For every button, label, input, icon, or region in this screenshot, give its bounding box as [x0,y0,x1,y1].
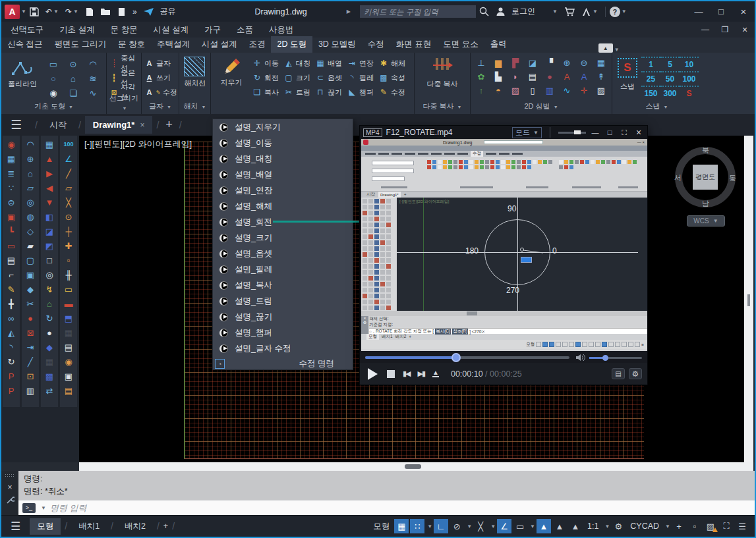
opacity-slider[interactable] [558,132,586,134]
palette-tool-icon[interactable]: □ [41,253,58,267]
palette-tool-icon[interactable]: ↻ [3,354,20,369]
command-tools-icon[interactable] [6,496,15,504]
palette-tool-icon[interactable]: ◧ [41,209,58,224]
flyout-item[interactable]: 설명_대칭 [213,151,353,167]
view-compass[interactable]: 북 서 동 남 평면도 [675,147,736,207]
flyout-item[interactable]: 설명_트림 [213,293,353,309]
undo-icon[interactable]: ↶▼ [45,7,59,16]
vertical-scrollbar[interactable] [744,136,753,462]
symbol-icon[interactable]: ▦ [593,56,610,69]
palette-tool-icon[interactable]: ▦ [41,137,58,151]
palette-tool-icon[interactable]: ◉ [3,137,20,151]
annotation-visibility-button[interactable]: ▲ [537,519,551,533]
palette-tool-icon[interactable]: ▤ [60,383,77,398]
share-plane-icon[interactable] [144,7,154,16]
palette-tool-icon[interactable]: ◆ [22,282,39,296]
model-space-button[interactable]: 모형 [370,521,393,532]
flyout-item[interactable]: 설명_해체 [213,198,353,214]
snap-value-button[interactable]: 150 [641,86,660,99]
palette-tool-icon[interactable]: ▶ [41,166,58,180]
palette-tool-icon[interactable]: ≣ [3,166,20,180]
menubar-item[interactable]: 사용법 [269,24,294,36]
palette-tool-icon[interactable]: ▦ [41,354,58,369]
palette-tool-icon[interactable]: ✚ [60,238,77,253]
palette-tool-icon[interactable]: ⊙ [60,209,77,224]
text-tool[interactable]: A✎수정 [142,85,179,99]
flyout-item[interactable]: 설명_끊기 [213,309,353,325]
line-draw-panel-label[interactable]: 선그리기 ▼ [107,94,141,111]
palette-tool-icon[interactable]: ▤ [3,253,20,267]
menubar-item[interactable]: 기초 설계 [59,24,94,36]
command-history[interactable]: 명령: 명령: *취소* [18,471,755,500]
object-snap-tracking-button[interactable]: ╳ [473,519,488,533]
seek-bar[interactable] [365,356,569,359]
shape-tool-icon[interactable]: ⊙ [63,57,83,71]
ribbon-tab[interactable]: 문 창호 [112,36,151,53]
palette-tool-icon[interactable]: ∞ [3,311,20,325]
ribbon-tab[interactable]: 2D 도형 [271,36,312,53]
modify-tool[interactable]: ⊓끊기 [315,85,347,99]
doc-close-button[interactable]: × [735,22,755,38]
modify-tool[interactable]: ✱해체 [378,56,410,70]
palette-tool-icon[interactable]: ◍ [22,209,39,224]
snap-value-button[interactable]: 50 [660,71,680,85]
palette-tool-icon[interactable]: ▣ [60,369,77,383]
palette-tool-icon[interactable]: ╋ [3,296,20,311]
horizontal-scrollbar-thumb[interactable] [405,464,421,469]
modify-tool[interactable]: ▢크기 [283,70,315,85]
palette-tool-icon[interactable]: P [3,383,20,398]
minimize-button[interactable]: — [687,1,710,22]
snap-value-button[interactable]: 5 [660,57,680,70]
compass-east[interactable]: 동 [729,173,736,183]
palette-tool-icon[interactable]: ╳ [60,195,77,209]
palette-tool-icon[interactable]: ▦ [60,325,77,340]
palette-tool-icon[interactable]: ✎ [3,282,20,296]
layout-tab[interactable]: 배치1 [71,518,107,535]
shape-tool-icon[interactable]: ◉ [44,86,63,100]
palette-tool-icon[interactable]: ↯ [41,282,58,296]
more-tools-chevron[interactable]: » [132,7,137,16]
workspace-switcher[interactable]: CYCAD [627,522,662,531]
palette-tool-icon[interactable]: ⇄ [41,383,58,398]
ribbon-tab[interactable]: 조경 [243,36,271,53]
flyout-item[interactable]: 설명_필레 [213,261,353,277]
symbol-icon[interactable]: ✿ [473,70,490,83]
symbol-icon[interactable]: ▆ [490,56,507,69]
text-tool[interactable]: A쓰기 [142,70,179,85]
palette-tool-icon[interactable]: ◆ [41,340,58,354]
cart-icon[interactable] [564,7,575,16]
modify-tool[interactable]: ◣챔퍼 [347,85,378,99]
palette-tool-icon[interactable]: ▼ [41,195,58,209]
palette-tool-icon[interactable]: 100 [60,137,77,151]
new-layout-button[interactable]: + [163,522,168,531]
palette-tool-icon[interactable]: ▫ [60,253,77,267]
video-fullscreen-icon[interactable]: ⛶ [619,128,629,137]
open-folder-icon[interactable] [100,7,111,16]
palette-tool-icon[interactable]: ▭ [60,282,77,296]
palette-tool-icon[interactable]: ◩ [41,238,58,253]
symbol-icon[interactable]: ▝ [541,56,558,69]
menubar-item[interactable]: 선택도구 [11,24,44,36]
pin-icon[interactable]: ◔ [215,359,225,369]
flyout-item[interactable]: 설명_지우기 [213,119,353,135]
symbol-icon[interactable]: ◪ [524,56,541,69]
video-maximize-icon[interactable]: □ [604,128,615,136]
video-frame[interactable]: Drawing1.dwg — × 수정 [361,139,647,351]
symbol-icon[interactable]: ▤ [524,70,541,83]
snap-value-button[interactable]: 25 [641,71,660,85]
palette-tool-icon[interactable]: ▲ [41,151,58,166]
modify-tool[interactable]: ⊂옵셋 [315,70,347,85]
ribbon-tab[interactable]: 신속 접근 [1,36,48,53]
search-icon[interactable] [479,7,489,16]
symbol-icon[interactable]: ✛ [575,84,593,97]
palette-tool-icon[interactable]: ⊜ [3,195,20,209]
palette-tool-icon[interactable]: ⌂ [41,296,58,311]
previous-button[interactable]: ▮◀ [403,369,410,378]
grid-display-button[interactable]: ▦ [394,519,409,533]
ortho-mode-button[interactable]: ∟ [434,519,448,533]
brand-a-icon[interactable]: ▼ [581,7,598,16]
modify-tool[interactable]: ◝필레 [347,70,378,85]
settings-gear-button[interactable]: ⚙ [611,519,625,533]
shape-tool-icon[interactable]: ⌂ [63,71,83,86]
palette-tool-icon[interactable]: ◝ [3,340,20,354]
